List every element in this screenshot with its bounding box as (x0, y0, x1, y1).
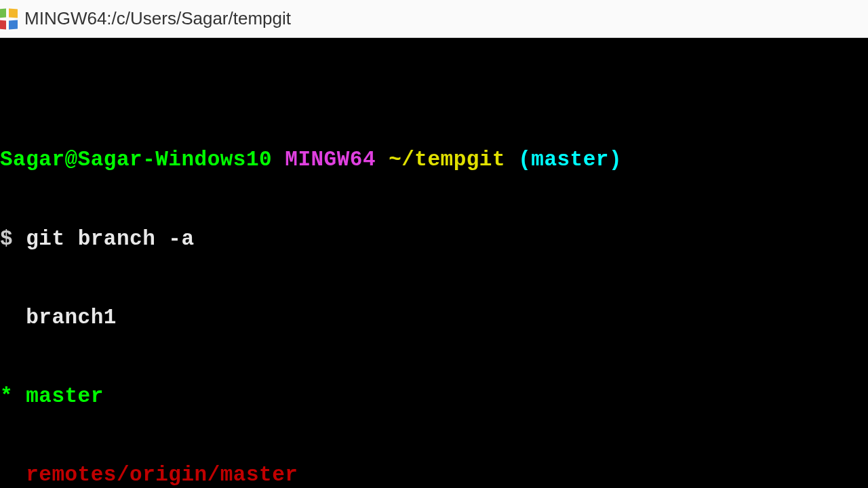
terminal-area[interactable]: Sagar@Sagar-Windows10 MINGW64 ~/tempgit … (0, 38, 868, 488)
command-1: git branch -a (26, 227, 194, 251)
prompt-branch: (master) (518, 148, 622, 171)
app-icon (0, 9, 18, 29)
window-titlebar: MINGW64:/c/Users/Sagar/tempgit (0, 0, 868, 38)
prompt-path: ~/tempgit (389, 148, 505, 171)
command-line-1: $ git branch -a (0, 226, 868, 253)
window-title: MINGW64:/c/Users/Sagar/tempgit (24, 8, 291, 29)
prompt-user-host: Sagar@Sagar-Windows10 (0, 148, 272, 171)
output-current-branch: * master (0, 384, 868, 410)
output-remote-branch: remotes/origin/master (0, 462, 868, 488)
output-local-branch: branch1 (0, 305, 868, 331)
prompt-env: MINGW64 (285, 148, 376, 171)
prompt-symbol: $ (0, 227, 13, 251)
prompt-line-1: Sagar@Sagar-Windows10 MINGW64 ~/tempgit … (0, 147, 868, 174)
